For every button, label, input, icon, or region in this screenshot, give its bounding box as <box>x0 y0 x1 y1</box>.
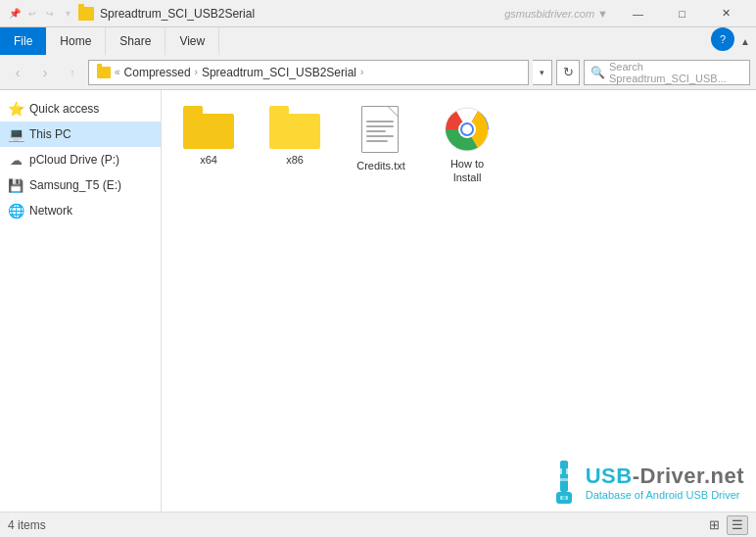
file-grid: x64 x86 <box>173 102 744 189</box>
maximize-button[interactable]: □ <box>660 0 704 27</box>
quick-access-icon: ▾ <box>61 7 74 21</box>
address-bar: ‹ › ↑ « Compressed › Spreadtrum_SCI_USB2… <box>0 55 756 90</box>
sidebar-label-samsung: Samsung_T5 (E:) <box>29 178 121 192</box>
search-placeholder: Search Spreadtrum_SCI_USB... <box>609 61 743 84</box>
sidebar-item-this-pc[interactable]: 💻 This PC <box>0 122 161 147</box>
gsm-watermark: gsmusbidriver.com ▼ <box>504 8 608 20</box>
file-label-x86: x86 <box>286 153 304 167</box>
sidebar-item-pcloud[interactable]: ☁ pCloud Drive (P:) <box>0 147 161 172</box>
window-controls: — □ ✕ <box>616 0 748 27</box>
window-title: Spreadtrum_SCI_USB2Serial <box>100 7 255 21</box>
ribbon-tab-view[interactable]: View <box>165 27 219 55</box>
file-label-how-to-install: How to Install <box>436 157 498 185</box>
content-area: x64 x86 <box>162 90 756 512</box>
watermark-brand: USB-Driver.net <box>586 464 744 489</box>
forward-button[interactable]: › <box>33 61 57 84</box>
main-layout: ⭐ Quick access 💻 This PC ☁ pCloud Drive … <box>0 90 756 512</box>
sidebar-item-network[interactable]: 🌐 Network <box>0 198 161 223</box>
file-item-how-to-install[interactable]: How to Install <box>432 102 502 189</box>
refresh-button[interactable]: ↻ <box>556 60 580 85</box>
svg-rect-9 <box>558 478 570 481</box>
view-details-button[interactable]: ☰ <box>727 515 748 535</box>
path-folder-name: Spreadtrum_SCI_USB2Serial <box>202 66 356 79</box>
search-box[interactable]: 🔍 Search Spreadtrum_SCI_USB... <box>584 60 750 85</box>
ribbon-tabs: Home Share View ? ▲ <box>46 27 756 55</box>
sidebar-label-network: Network <box>29 204 72 218</box>
up-button[interactable]: ↑ <box>61 61 84 84</box>
star-icon: ⭐ <box>8 101 24 117</box>
folder-icon-title <box>78 7 94 21</box>
close-button[interactable]: ✕ <box>704 0 748 27</box>
svg-point-10 <box>562 496 566 500</box>
path-folder-icon <box>97 67 111 78</box>
address-dropdown-button[interactable]: ▾ <box>533 60 552 85</box>
svg-rect-8 <box>566 468 570 474</box>
sidebar: ⭐ Quick access 💻 This PC ☁ pCloud Drive … <box>0 90 162 512</box>
samsung-drive-icon: 💾 <box>8 177 24 193</box>
status-item-count: 4 items <box>8 518 46 532</box>
ribbon: File Home Share View ? ▲ <box>0 27 756 55</box>
ribbon-tab-share[interactable]: Share <box>106 27 165 55</box>
file-label-x64: x64 <box>200 153 217 167</box>
redo-icon: ↪ <box>43 7 57 21</box>
search-icon: 🔍 <box>591 66 605 79</box>
address-path[interactable]: « Compressed › Spreadtrum_SCI_USB2Serial… <box>88 60 529 85</box>
sidebar-section-main: ⭐ Quick access 💻 This PC ☁ pCloud Drive … <box>0 96 161 223</box>
path-compressed: Compressed <box>124 66 191 79</box>
status-bar: 4 items ⊞ ☰ <box>0 512 756 537</box>
watermark: USB-Driver.net Database of Android USB D… <box>548 461 744 504</box>
svg-rect-7 <box>558 468 562 474</box>
ribbon-file-button[interactable]: File <box>0 27 46 55</box>
folder-icon-x64 <box>183 106 234 149</box>
usb-icon <box>548 461 580 504</box>
help-button[interactable]: ? <box>711 27 734 51</box>
file-item-x64[interactable]: x64 <box>173 102 244 189</box>
view-large-icons-button[interactable]: ⊞ <box>703 515 725 535</box>
view-buttons: ⊞ ☰ <box>703 515 748 535</box>
watermark-subtitle: Database of Android USB Driver <box>586 489 744 501</box>
ribbon-tab-home[interactable]: Home <box>46 27 106 55</box>
svg-rect-4 <box>560 461 568 492</box>
sidebar-label-this-pc: This PC <box>29 127 71 141</box>
txt-file-icon <box>361 106 401 155</box>
sidebar-label-pcloud: pCloud Drive (P:) <box>29 153 119 167</box>
chrome-icon <box>444 106 491 153</box>
folder-icon-x86 <box>269 106 320 149</box>
sidebar-item-samsung[interactable]: 💾 Samsung_T5 (E:) <box>0 172 161 198</box>
sidebar-label-quick-access: Quick access <box>29 102 99 116</box>
pc-icon: 💻 <box>8 126 24 142</box>
file-item-x86[interactable]: x86 <box>260 102 330 189</box>
network-icon: 🌐 <box>8 203 24 219</box>
undo-icon: ↩ <box>25 7 39 21</box>
ribbon-right <box>689 27 705 55</box>
watermark-top: USB-Driver.net Database of Android USB D… <box>548 461 744 504</box>
file-label-credits: Credits.txt <box>356 159 405 172</box>
sidebar-item-quick-access[interactable]: ⭐ Quick access <box>0 96 161 122</box>
svg-point-3 <box>462 124 472 134</box>
pin-icon: 📌 <box>8 7 22 21</box>
pcloud-drive-icon: ☁ <box>8 152 24 168</box>
minimize-button[interactable]: — <box>616 0 660 27</box>
title-bar-icons: 📌 ↩ ↪ ▾ <box>8 7 94 21</box>
title-bar-left: 📌 ↩ ↪ ▾ Spreadtrum_SCI_USB2Serial <box>8 7 255 21</box>
watermark-text: USB-Driver.net Database of Android USB D… <box>586 464 744 501</box>
file-item-credits[interactable]: Credits.txt <box>346 102 416 189</box>
back-button[interactable]: ‹ <box>6 61 29 84</box>
ribbon-collapse-button[interactable]: ▲ <box>734 27 756 55</box>
title-bar: 📌 ↩ ↪ ▾ Spreadtrum_SCI_USB2Serial gsmusb… <box>0 0 756 27</box>
